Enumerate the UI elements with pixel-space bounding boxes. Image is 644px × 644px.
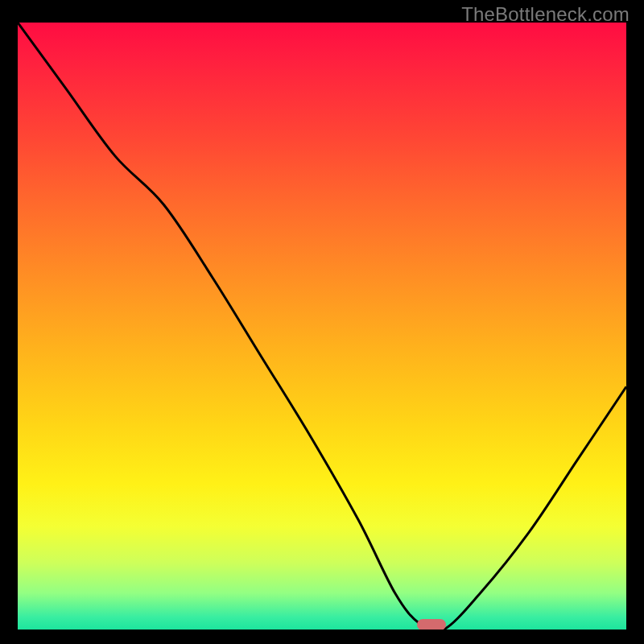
- curve-path: [18, 23, 626, 630]
- chart-frame: TheBottleneck.com: [0, 0, 644, 644]
- watermark-label: TheBottleneck.com: [461, 3, 630, 26]
- bottleneck-curve: [18, 23, 626, 630]
- optimal-marker: [417, 619, 446, 630]
- plot-area: [18, 23, 626, 630]
